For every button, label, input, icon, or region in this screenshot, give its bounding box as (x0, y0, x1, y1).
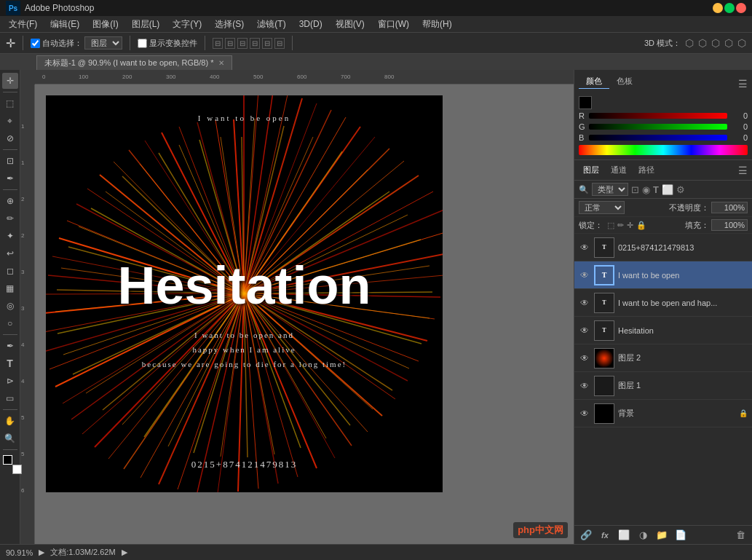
layers-tab[interactable]: 图层 (579, 163, 603, 177)
align-btn-1[interactable]: ⊟ (213, 38, 223, 49)
text-tool[interactable]: T (2, 355, 18, 371)
layer-item[interactable]: 👁 T I want to be open and hap... (574, 289, 752, 317)
menu-file[interactable]: 文件(F) (3, 17, 43, 32)
crop-tool[interactable]: ⊡ (2, 153, 18, 169)
align-btn-2[interactable]: ⊟ (225, 38, 235, 49)
healing-tool[interactable]: ⊕ (2, 193, 18, 209)
layer-item[interactable]: 👁 T I want to be open (574, 261, 752, 289)
blur-tool[interactable]: ◎ (2, 298, 18, 314)
lasso-tool[interactable]: ⌖ (2, 113, 18, 129)
brush-tool[interactable]: ✏ (2, 210, 18, 226)
path-tool[interactable]: ⊳ (2, 373, 18, 389)
lock-all-icon[interactable]: 🔒 (636, 221, 646, 230)
status-arrow[interactable]: ▶ (122, 548, 127, 557)
quick-select-tool[interactable]: ⊘ (2, 130, 18, 146)
menu-text[interactable]: 文字(Y) (167, 17, 207, 32)
tab-close-button[interactable]: ✕ (218, 59, 224, 67)
new-group-button[interactable]: 📁 (654, 529, 669, 540)
lock-pixels-icon[interactable]: ✏ (617, 221, 624, 230)
align-btn-5[interactable]: ⊟ (262, 38, 272, 49)
3d-icon-3[interactable]: ⬡ (711, 37, 720, 49)
active-color-swatch[interactable] (579, 96, 592, 109)
swatches-tab[interactable]: 色板 (609, 74, 640, 89)
align-btn-6[interactable]: ⊟ (274, 38, 285, 49)
layer-visibility-icon[interactable]: 👁 (579, 381, 590, 391)
filter-type-select[interactable]: 类型 (592, 183, 628, 196)
document-tab[interactable]: 未标题-1 @ 90.9% (I want to be open, RGB/8)… (36, 55, 232, 70)
r-slider[interactable] (589, 113, 727, 119)
b-slider[interactable] (589, 135, 727, 141)
3d-icon-2[interactable]: ⬡ (698, 37, 707, 49)
shape-tool[interactable]: ▭ (2, 390, 18, 406)
delete-layer-button[interactable]: 🗑 (733, 529, 748, 540)
minimize-button[interactable] (713, 3, 723, 13)
menu-view[interactable]: 视图(V) (330, 17, 371, 32)
layer-fx-button[interactable]: fx (598, 531, 612, 540)
align-btn-3[interactable]: ⊟ (237, 38, 248, 49)
3d-icon-4[interactable]: ⬡ (724, 37, 733, 49)
layer-visibility-icon[interactable]: 👁 (579, 298, 590, 308)
eyedropper-tool[interactable]: ✒ (2, 170, 18, 186)
move-tool[interactable]: ✛ (2, 73, 18, 89)
eraser-tool[interactable]: ◻ (2, 263, 18, 279)
filter-icon-3[interactable]: ◉ (642, 184, 650, 195)
menu-select[interactable]: 选择(S) (209, 17, 250, 32)
filter-icon-4[interactable]: T (653, 184, 659, 195)
paths-tab[interactable]: 路径 (634, 163, 659, 177)
filter-icon-6[interactable]: ⚙ (676, 184, 685, 195)
align-btn-4[interactable]: ⊟ (250, 38, 260, 49)
layer-item[interactable]: 👁 背景 🔒 (574, 400, 752, 427)
filter-icon-2[interactable]: ⊡ (631, 184, 639, 195)
auto-select-checkbox[interactable] (31, 39, 40, 48)
channels-tab[interactable]: 通道 (606, 163, 631, 177)
color-panel-options[interactable]: ☰ (738, 78, 748, 90)
dodge-tool[interactable]: ○ (2, 315, 18, 331)
menu-edit[interactable]: 编辑(E) (44, 17, 85, 32)
blend-mode-select[interactable]: 正常 (579, 201, 625, 214)
auto-select-dropdown[interactable]: 图层 (84, 36, 122, 50)
layers-panel-options[interactable]: ☰ (738, 165, 748, 176)
layer-mask-button[interactable]: ⬜ (617, 529, 631, 540)
color-tab[interactable]: 颜色 (579, 74, 609, 89)
fill-input[interactable] (711, 219, 748, 231)
foreground-color-swatch[interactable] (3, 455, 12, 465)
filter-icon-5[interactable]: ⬜ (662, 184, 673, 195)
3d-icon-5[interactable]: ⬡ (737, 37, 746, 49)
g-slider[interactable] (589, 124, 727, 130)
opacity-input[interactable] (711, 202, 748, 213)
menu-image[interactable]: 图像(I) (87, 17, 124, 32)
layer-visibility-icon[interactable]: 👁 (579, 409, 590, 419)
transform-controls-checkbox[interactable] (138, 39, 147, 48)
layer-item[interactable]: 👁 图层 2 (574, 344, 752, 372)
menu-help[interactable]: 帮助(H) (416, 17, 458, 32)
menu-filter[interactable]: 滤镜(T) (251, 17, 291, 32)
gradient-tool[interactable]: ▦ (2, 280, 18, 296)
lock-transparent-icon[interactable]: ⬚ (607, 221, 614, 230)
marquee-tool[interactable]: ⬚ (2, 95, 18, 111)
layer-item[interactable]: 👁 图层 1 (574, 372, 752, 400)
background-color-swatch[interactable] (12, 465, 22, 474)
clone-tool[interactable]: ✦ (2, 228, 18, 244)
layer-visibility-icon[interactable]: 👁 (579, 326, 590, 336)
link-layers-button[interactable]: 🔗 (579, 529, 593, 540)
layer-visibility-icon[interactable]: 👁 (579, 353, 590, 363)
adjustment-layer-button[interactable]: ◑ (636, 529, 650, 540)
hand-tool[interactable]: ✋ (2, 413, 18, 429)
layer-item[interactable]: 👁 T 0215+874121479813 (574, 234, 752, 261)
close-button[interactable] (736, 3, 746, 13)
lock-position-icon[interactable]: ✛ (627, 221, 633, 230)
color-swatches[interactable] (2, 454, 18, 470)
history-brush-tool[interactable]: ↩ (2, 245, 18, 261)
3d-icon-1[interactable]: ⬡ (685, 37, 694, 49)
zoom-tool[interactable]: 🔍 (2, 430, 18, 446)
canvas-area[interactable]: 0 100 200 300 400 500 600 700 800 0 1 1 (20, 70, 574, 544)
window-controls[interactable] (713, 3, 746, 13)
new-layer-button[interactable]: 📄 (673, 529, 688, 540)
layer-item[interactable]: 👁 T Hesitation (574, 317, 752, 344)
menu-3d[interactable]: 3D(D) (293, 17, 328, 31)
menu-window[interactable]: 窗口(W) (372, 17, 415, 32)
menu-layer[interactable]: 图层(L) (126, 17, 166, 32)
layer-visibility-icon[interactable]: 👁 (579, 270, 590, 280)
color-spectrum[interactable] (579, 145, 748, 155)
pen-tool[interactable]: ✒ (2, 338, 18, 354)
